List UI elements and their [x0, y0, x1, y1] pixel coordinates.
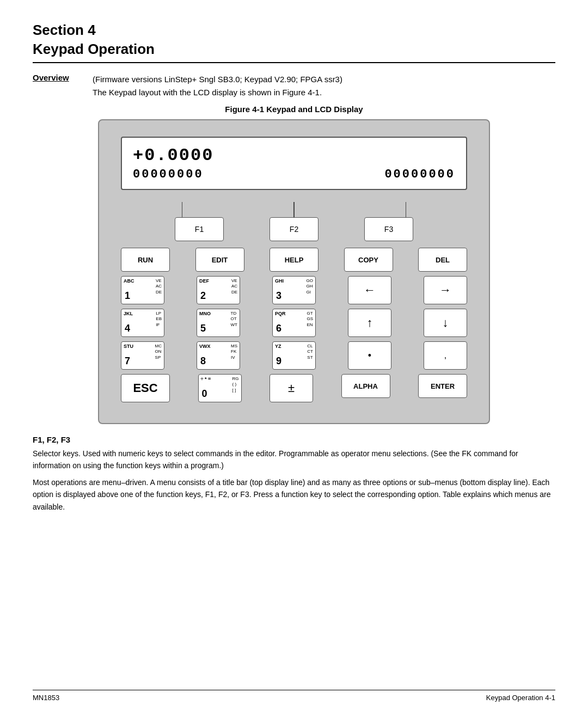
key-run[interactable]: RUN	[121, 248, 170, 272]
lcd-line1: +0.0000	[133, 145, 455, 166]
key-comma[interactable]: ,	[424, 341, 467, 370]
key-0[interactable]: ÷ * = RG( )[ ] 0	[198, 374, 242, 402]
overview-label: Overview	[33, 73, 93, 99]
key-5[interactable]: MNO TDOTWT 5	[197, 309, 240, 337]
key-3[interactable]: GHI GOGHGI 3	[272, 276, 316, 304]
desc-para1: Selector keys. Used with numeric keys to…	[33, 448, 555, 472]
key-6[interactable]: PQR GTGSEN 6	[272, 309, 316, 337]
fkeys-row: F1 F2 F3	[121, 217, 467, 241]
function-keys-row: RUN EDIT HELP COPY DEL	[121, 248, 467, 272]
key-f2[interactable]: F2	[270, 217, 318, 241]
key-esc[interactable]: ESC	[121, 374, 170, 402]
num-row-1: ABC VEACDE 1 DEF VEACDE 2 GHI GOGHGI 3 ←…	[121, 276, 467, 304]
desc-para2: Most operations are menu–driven. A menu …	[33, 476, 555, 513]
key-left-arrow[interactable]: ←	[348, 276, 391, 304]
key-edit[interactable]: EDIT	[195, 248, 244, 272]
overview-row: Overview (Firmware versions LinStep+ Sng…	[33, 73, 555, 99]
footer-left: MN1853	[33, 694, 59, 702]
description-section: F1, F2, F3 Selector keys. Used with nume…	[33, 435, 555, 513]
key-2[interactable]: DEF VEACDE 2	[197, 276, 240, 304]
lcd-line2: 00000000 00000000	[133, 168, 455, 181]
num-row-3: STU MCONSP 7 VWX MSFKIV 8 YZ CLCTST 9 • …	[121, 341, 467, 370]
key-alpha[interactable]: ALPHA	[341, 374, 390, 398]
lcd-display: +0.0000 00000000 00000000	[121, 137, 467, 190]
key-f3[interactable]: F3	[364, 217, 413, 241]
key-help[interactable]: HELP	[270, 248, 318, 272]
key-enter[interactable]: ENTER	[418, 374, 467, 398]
footer-right: Keypad Operation 4-1	[486, 694, 555, 702]
desc-heading: F1, F2, F3	[33, 435, 555, 444]
bottom-row: ESC ÷ * = RG( )[ ] 0 ± ALPHA ENTER	[121, 374, 467, 402]
num-row-2: JKL LPEBIF 4 MNO TDOTWT 5 PQR GTGSEN 6 ↑…	[121, 309, 467, 337]
key-8[interactable]: VWX MSFKIV 8	[197, 341, 240, 370]
fkey-connector-lines	[121, 202, 467, 217]
title-divider	[33, 62, 555, 63]
key-down-arrow[interactable]: ↓	[424, 309, 467, 337]
key-1[interactable]: ABC VEACDE 1	[121, 276, 164, 304]
section-number: Section 4	[33, 22, 555, 39]
footer: MN1853 Keypad Operation 4-1	[33, 690, 555, 702]
key-del[interactable]: DEL	[418, 248, 467, 272]
key-right-arrow[interactable]: →	[424, 276, 467, 304]
figure-title: Figure 4-1 Keypad and LCD Display	[33, 105, 555, 114]
section-title: Keypad Operation	[33, 41, 555, 58]
overview-text: (Firmware versions LinStep+ Sngl SB3.0; …	[93, 73, 342, 99]
key-4[interactable]: JKL LPEBIF 4	[121, 309, 164, 337]
key-9[interactable]: YZ CLCTST 9	[272, 341, 316, 370]
key-plusminus[interactable]: ±	[270, 374, 313, 402]
key-f1[interactable]: F1	[175, 217, 224, 241]
key-7[interactable]: STU MCONSP 7	[121, 341, 164, 370]
key-copy[interactable]: COPY	[344, 248, 393, 272]
key-up-arrow[interactable]: ↑	[348, 309, 391, 337]
keypad-panel: +0.0000 00000000 00000000 F1 F2 F3 RUN E…	[98, 119, 490, 424]
key-dot[interactable]: •	[348, 341, 391, 370]
